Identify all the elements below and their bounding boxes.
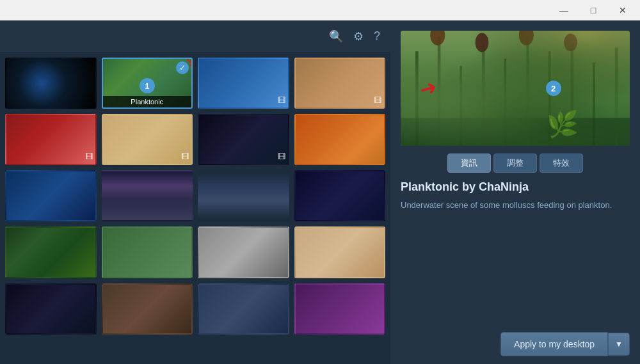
wallpaper-item-13[interactable] [5,226,97,278]
svg-point-14 [564,34,577,52]
wallpaper-item-14[interactable] [102,226,193,278]
film-icon-4: 🎞 [374,96,381,105]
annotation-badge-1: 1 [140,78,155,93]
info-section: Planktonic by ChaNinja Underwater scene … [390,180,640,324]
right-panel: 2 ➜ 資訊 調整 特效 Planktonic by ChaNinja Unde… [390,20,640,364]
left-panel: 🔍 ⚙ ? ✓ Planktonic 1 ➜ 🎞 🎞 [0,20,390,364]
wallpaper-grid: ✓ Planktonic 1 ➜ 🎞 🎞 🎞 🎞 [0,52,390,364]
apply-desktop-button[interactable]: Apply to my desktop [500,332,608,356]
svg-rect-10 [615,47,618,146]
wallpaper-item-20[interactable] [294,283,386,335]
wallpaper-item-7[interactable]: 🎞 [198,114,289,165]
wallpaper-item-15[interactable] [198,226,289,278]
film-icon-6: 🎞 [181,152,189,161]
wallpaper-item-6[interactable]: 🎞 [102,114,193,165]
wallpaper-item-17[interactable] [5,283,97,335]
wallpaper-description: Underwater scene of some molluscs feedin… [401,199,630,212]
preview-image: 2 ➜ [401,31,630,146]
svg-rect-15 [401,118,630,146]
tabs-row: 資訊 調整 特效 [401,154,630,173]
wallpaper-item-10[interactable] [102,170,193,221]
svg-rect-7 [548,51,550,146]
svg-rect-6 [526,36,529,146]
apply-dropdown-button[interactable]: ▼ [608,333,630,356]
svg-rect-2 [438,36,441,146]
film-icon-3: 🎞 [278,96,285,105]
app-body: 🔍 ⚙ ? ✓ Planktonic 1 ➜ 🎞 🎞 [0,20,640,364]
settings-icon[interactable]: ⚙ [353,29,364,44]
search-icon[interactable]: 🔍 [329,29,343,44]
wallpaper-item-3[interactable]: 🎞 [198,58,289,109]
wallpaper-item-18[interactable] [102,283,193,335]
svg-rect-4 [482,44,485,146]
svg-point-12 [476,33,489,52]
svg-rect-3 [460,66,461,146]
thumb-label-planktonic: Planktonic [103,96,192,107]
tab-info[interactable]: 資訊 [447,154,491,173]
wallpaper-item-9[interactable] [5,170,97,221]
svg-rect-8 [571,44,574,146]
wallpaper-title: Planktonic by ChaNinja [401,180,630,194]
help-icon[interactable]: ? [374,29,380,43]
annotation-arrow-2: ➜ [417,74,440,102]
wallpaper-item-12[interactable] [294,170,386,221]
wallpaper-item-16[interactable] [294,226,386,278]
wallpaper-item-4[interactable]: 🎞 [294,58,386,109]
title-bar: — □ ✕ [0,0,640,20]
preview-svg [401,31,630,146]
annotation-badge-2: 2 [546,81,561,96]
toolbar: 🔍 ⚙ ? [0,20,390,52]
svg-rect-0 [401,31,630,146]
apply-area: Apply to my desktop ▼ [390,324,640,364]
svg-rect-5 [504,59,506,146]
svg-point-13 [519,31,534,45]
svg-point-11 [430,31,445,45]
wallpaper-item-11[interactable] [198,170,289,221]
svg-rect-9 [593,63,595,146]
maximize-button[interactable]: □ [579,0,608,20]
tab-effects[interactable]: 特效 [540,154,583,173]
wallpaper-item-2[interactable]: ✓ Planktonic 1 ➜ [102,58,193,109]
minimize-button[interactable]: — [549,0,579,20]
close-button[interactable]: ✕ [608,0,637,20]
svg-rect-1 [415,51,419,146]
tab-adjust[interactable]: 調整 [493,154,537,173]
wallpaper-item-19[interactable] [198,283,289,335]
preview-area: 2 ➜ [401,31,630,146]
wallpaper-item-5[interactable]: 🎞 [5,114,97,165]
svg-rect-16 [401,31,630,146]
film-icon-7: 🎞 [278,152,285,161]
selected-checkmark: ✓ [176,61,189,74]
film-icon-5: 🎞 [85,152,93,161]
wallpaper-item-8[interactable] [294,114,386,165]
wallpaper-item-1[interactable] [5,58,97,109]
